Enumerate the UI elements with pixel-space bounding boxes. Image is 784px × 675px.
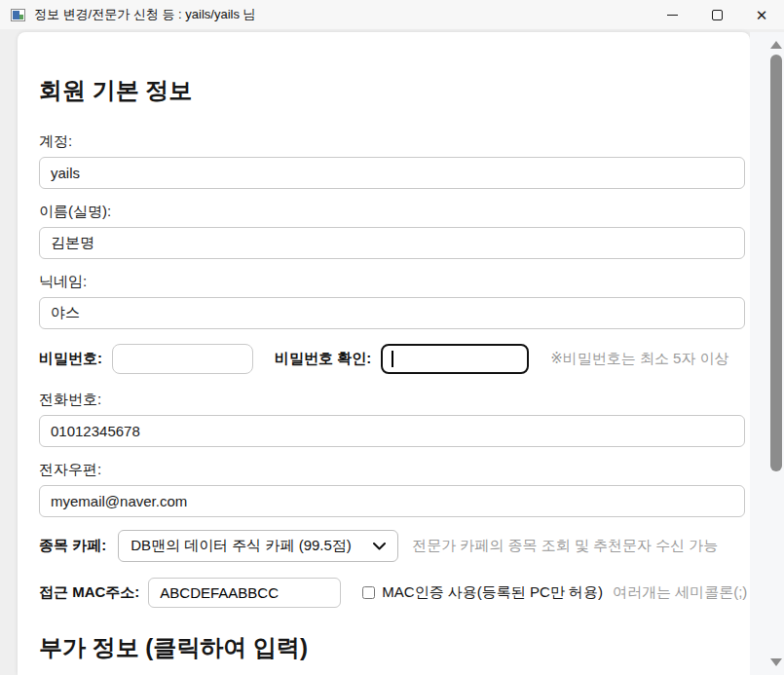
account-group: 계정: — [39, 131, 745, 189]
minimize-icon — [667, 15, 678, 16]
phone-label: 전화번호: — [39, 390, 745, 409]
email-label: 전자우편: — [39, 460, 745, 479]
window-content: 회원 기본 정보 계정: 이름(실명): 닉네임: 비밀번호: 비밀번호 확인: — [0, 29, 784, 675]
nickname-label: 닉네임: — [39, 272, 745, 291]
cafe-select[interactable]: DB맨의 데이터 주식 카페 (99.5점) — [118, 530, 398, 562]
real-name-label: 이름(실명): — [39, 202, 745, 221]
scrollbar-down-icon[interactable] — [770, 658, 782, 666]
mac-label: 접근 MAC주소: — [39, 583, 139, 602]
form-panel: 회원 기본 정보 계정: 이름(실명): 닉네임: 비밀번호: 비밀번호 확인: — [18, 32, 750, 675]
scrollbar-up-icon[interactable] — [770, 41, 782, 49]
maximize-icon — [712, 10, 723, 20]
minimize-button[interactable] — [650, 0, 694, 29]
phone-input[interactable] — [39, 415, 745, 447]
password-label: 비밀번호: — [39, 350, 102, 368]
password-input[interactable] — [112, 344, 253, 374]
scrollbar-thumb[interactable] — [770, 55, 782, 471]
title-bar: 정보 변경/전문가 신청 등 : yails/yails 님 ✕ — [0, 0, 784, 29]
phone-group: 전화번호: — [39, 390, 745, 447]
cafe-row: 종목 카페: DB맨의 데이터 주식 카페 (99.5점) 전문가 카페의 종목… — [39, 530, 745, 562]
account-input[interactable] — [39, 157, 745, 189]
mac-row: 접근 MAC주소: MAC인증 사용(등록된 PC만 허용) 여러개는 세미콜론… — [39, 578, 745, 608]
chevron-down-icon — [373, 543, 386, 550]
nickname-input[interactable] — [39, 297, 745, 329]
real-name-group: 이름(실명): — [39, 202, 745, 259]
page-title: 회원 기본 정보 — [39, 76, 745, 104]
cafe-hint: 전문가 카페의 종목 조회 및 추천문자 수신 가능 — [412, 537, 718, 555]
mac-address-input[interactable] — [148, 578, 341, 608]
text-cursor — [392, 351, 393, 367]
close-icon: ✕ — [756, 8, 768, 22]
email-input[interactable] — [39, 485, 745, 517]
nickname-group: 닉네임: — [39, 272, 745, 329]
mac-hint: 여러개는 세미콜론(;) 구분 — [613, 583, 750, 602]
window-title: 정보 변경/전문가 신청 등 : yails/yails 님 — [34, 6, 256, 23]
account-label: 계정: — [39, 131, 745, 151]
close-button[interactable]: ✕ — [739, 0, 784, 29]
app-icon — [11, 9, 25, 21]
password-hint: ※비밀번호는 최소 5자 이상 — [550, 350, 728, 368]
additional-info-title[interactable]: 부가 정보 (클릭하여 입력) — [39, 633, 745, 661]
password-confirm-input[interactable] — [381, 344, 529, 374]
password-row: 비밀번호: 비밀번호 확인: ※비밀번호는 최소 5자 이상 — [39, 344, 745, 374]
dialog-window: 정보 변경/전문가 신청 등 : yails/yails 님 ✕ 회원 기본 정… — [0, 0, 784, 675]
real-name-input[interactable] — [39, 227, 745, 259]
maximize-button[interactable] — [694, 0, 739, 29]
cafe-selected-option: DB맨의 데이터 주식 카페 (99.5점) — [131, 537, 352, 555]
cafe-label: 종목 카페: — [39, 537, 106, 555]
vertical-scrollbar[interactable] — [750, 32, 784, 675]
mac-auth-checkbox-label: MAC인증 사용(등록된 PC만 허용) — [382, 583, 603, 602]
window-controls: ✕ — [650, 0, 784, 29]
mac-auth-checkbox[interactable] — [362, 585, 375, 600]
email-group: 전자우편: — [39, 460, 745, 517]
password-confirm-label: 비밀번호 확인: — [275, 350, 371, 368]
